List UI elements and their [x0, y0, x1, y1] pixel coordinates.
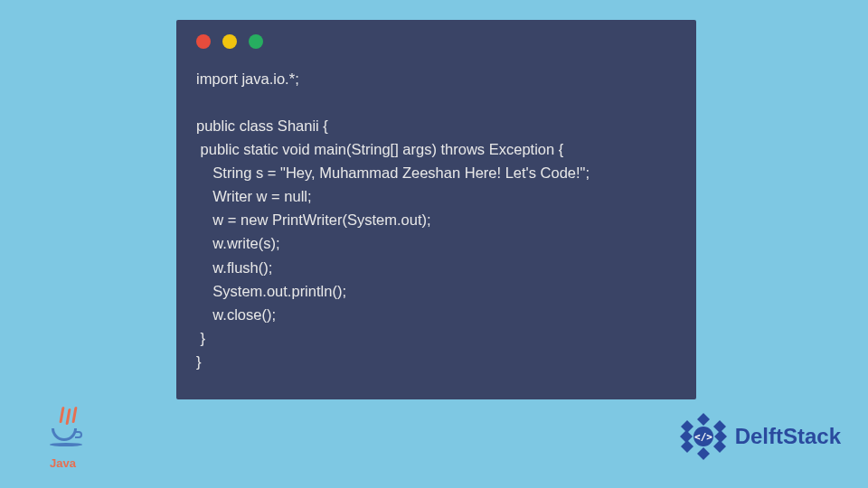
minimize-dot-icon	[222, 34, 237, 49]
delftstack-icon: </>	[677, 410, 730, 463]
java-logo: Java	[50, 407, 95, 470]
window-controls	[176, 20, 696, 49]
delftstack-logo: </> DelftStack	[677, 410, 841, 463]
java-cup-icon	[50, 407, 86, 452]
svg-text:</>: </>	[694, 431, 712, 443]
close-dot-icon	[196, 34, 211, 49]
code-window: import java.io.*; public class Shanii { …	[176, 20, 696, 399]
maximize-dot-icon	[249, 34, 263, 49]
code-content: import java.io.*; public class Shanii { …	[176, 49, 696, 391]
java-logo-text: Java	[50, 456, 76, 470]
delftstack-logo-text: DelftStack	[735, 424, 841, 449]
